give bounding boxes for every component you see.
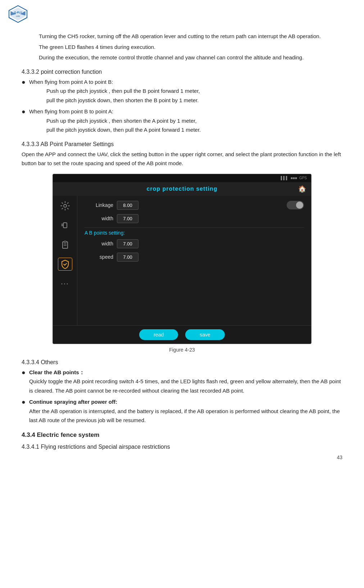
section-434: 4.3.4 Electric fence system 4.3.4.1 Flyi… (22, 431, 342, 450)
read-button[interactable]: read (139, 329, 178, 340)
section-434-subheading: 4.3.4.1 Flying restrictions and Special … (22, 444, 342, 450)
intro-para-3: During the execution, the remote control… (39, 53, 342, 62)
page-container: Q-FLY UAV Turning the CH5 rocker, turnin… (0, 0, 364, 467)
app-status-bar: ▌▌▌ ■■■ GPS (53, 174, 311, 182)
app-body: ··· Linkage 8.00 (53, 196, 311, 325)
svg-text:Q-FLY: Q-FLY (14, 11, 22, 14)
bullet-continue-spray-content: Continue spraying after power off: After… (29, 397, 342, 425)
svg-rect-5 (63, 223, 67, 228)
section-4334-heading: 4.3.3.4 Others (22, 359, 342, 366)
bullet-b-to-a-content: When flying from point B to point A: Pus… (29, 107, 342, 135)
qfly-logo: Q-FLY UAV (7, 5, 29, 23)
section-433-heading: 4.3.3.3 AB Point Parameter Settings (22, 141, 342, 148)
width-value[interactable]: 7.00 (117, 214, 138, 223)
bullet-a-to-b-line1: Push up the pitch joystick , then pull t… (46, 88, 200, 94)
bullet-dot-4: ● (22, 398, 26, 407)
app-screenshot: ▌▌▌ ■■■ GPS crop protection setting 🏠 (53, 174, 311, 344)
bullet-clear-ab-content: Clear the AB points： Quickly toggle the … (29, 368, 342, 395)
sidebar-icon-settings[interactable] (58, 199, 72, 212)
status-signal: ▌▌▌ (281, 176, 288, 180)
home-icon[interactable]: 🏠 (298, 185, 306, 193)
intro-para-1: Turning the CH5 rocker, turning off the … (39, 32, 342, 41)
setting-row-width: width 7.00 (85, 214, 304, 223)
svg-point-8 (61, 223, 62, 225)
bullet-continue-spray-line1: After the AB operation is interrupted, a… (29, 408, 340, 424)
svg-point-9 (61, 225, 62, 226)
linkage-toggle[interactable] (287, 201, 304, 209)
ab-setting-row-width: width 7.00 (85, 239, 304, 248)
bullet-b-to-a-line2: pull the pitch joystick down, then pull … (46, 127, 201, 133)
bullet-clear-ab: ● Clear the AB points： Quickly toggle th… (22, 368, 342, 395)
bullet-clear-ab-title: Clear the AB points： (29, 369, 85, 375)
bullet-dot-2: ● (22, 107, 26, 116)
ab-points-label: A B points setting: (85, 230, 304, 236)
linkage-label: Linkage (85, 202, 113, 208)
section-433-body: Open the APP and connect the UAV, click … (22, 150, 342, 168)
bullet-continue-spray: ● Continue spraying after power off: Aft… (22, 397, 342, 425)
bullet-a-to-b-content: When flying from point A to point B: Pus… (29, 77, 342, 105)
content-divider (85, 227, 304, 228)
bullet-dot-1: ● (22, 78, 26, 87)
ab-setting-row-speed: speed 7.00 (85, 253, 304, 262)
bullet-clear-ab-line1: Quickly toggle the AB point recording sw… (29, 378, 341, 394)
section-432: 4.3.3.2 point correction function ● When… (22, 69, 342, 135)
sidebar-icon-more[interactable]: ··· (58, 277, 72, 290)
bullet-a-to-b-title: When flying from point A to point B: (29, 79, 113, 85)
sidebar-icon-clipboard[interactable] (58, 238, 72, 251)
app-footer: read save (53, 325, 311, 344)
width-label: width (85, 216, 113, 221)
figure-caption: Figure 4-23 (53, 347, 311, 353)
logo-area: Q-FLY UAV (7, 5, 29, 24)
svg-rect-11 (64, 241, 66, 243)
bullet-a-to-b: ● When flying from point A to point B: P… (22, 77, 342, 105)
section-4334: 4.3.3.4 Others ● Clear the AB points： Qu… (22, 359, 342, 425)
sidebar-icon-shield[interactable] (58, 258, 72, 271)
ab-speed-label: speed (85, 254, 113, 260)
toggle-knob (296, 202, 303, 209)
section-433: 4.3.3.3 AB Point Parameter Settings Open… (22, 141, 342, 353)
intro-section: Turning the CH5 rocker, turning off the … (22, 32, 342, 62)
app-sidebar: ··· (53, 196, 77, 325)
bullet-b-to-a: ● When flying from point B to point A: P… (22, 107, 342, 135)
app-header-title: crop protection setting (146, 186, 217, 192)
ab-width-label: width (85, 241, 113, 246)
bullet-dot-3: ● (22, 368, 26, 377)
status-gps: GPS (299, 176, 307, 180)
linkage-value[interactable]: 8.00 (117, 201, 138, 210)
section-432-heading: 4.3.3.2 point correction function (22, 69, 342, 75)
ab-width-value[interactable]: 7.00 (117, 239, 138, 248)
bullet-b-to-a-title: When flying from point B to point A: (29, 108, 113, 114)
bullet-continue-spray-title: Continue spraying after power off: (29, 399, 117, 405)
save-button[interactable]: save (185, 329, 225, 340)
app-main-content: Linkage 8.00 width 7.00 (77, 196, 311, 325)
section-434-heading: 4.3.4 Electric fence system (22, 431, 342, 439)
svg-point-4 (64, 204, 67, 207)
dots-label: ··· (61, 279, 69, 288)
sidebar-icon-sprayer[interactable] (58, 219, 72, 232)
figure-container: ▌▌▌ ■■■ GPS crop protection setting 🏠 (53, 174, 311, 353)
page-number: 43 (337, 454, 342, 460)
status-battery: ■■■ (291, 176, 297, 180)
ab-speed-value[interactable]: 7.00 (117, 253, 138, 262)
intro-para-2: The green LED flashes 4 times during exe… (39, 42, 342, 52)
app-header: crop protection setting 🏠 (53, 182, 311, 196)
setting-row-linkage: Linkage 8.00 (85, 201, 304, 210)
bullet-a-to-b-line2: pull the pitch joystick down, then short… (46, 97, 199, 103)
bullet-b-to-a-line1: Push up the pitch joystick , then shorte… (46, 118, 197, 124)
svg-text:UAV: UAV (16, 15, 20, 17)
